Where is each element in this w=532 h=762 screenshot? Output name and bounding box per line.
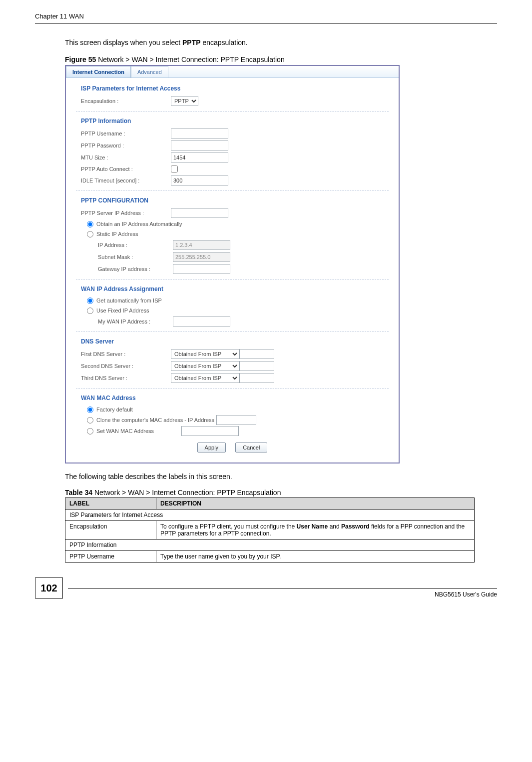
mac-factory-radio[interactable] xyxy=(87,406,93,413)
idle-timeout-label: IDLE Timeout [second] : xyxy=(81,178,171,184)
dns2-input[interactable] xyxy=(239,361,274,371)
wan-fixed-label: Use Fixed IP Address xyxy=(96,308,149,314)
description-table: LABEL DESCRIPTION ISP Parameters for Int… xyxy=(65,498,475,562)
idle-timeout-input[interactable] xyxy=(171,176,228,186)
intro-bold: PPTP xyxy=(182,38,201,46)
encapsulation-select[interactable]: PPTP xyxy=(171,96,198,106)
table-number: Table 34 xyxy=(65,488,92,496)
ip-address-label: IP Address : xyxy=(81,242,173,248)
cell-encap-label: Encapsulation xyxy=(65,521,156,540)
pptp-password-label: PPTP Password : xyxy=(81,142,171,148)
static-ip-radio[interactable] xyxy=(87,231,93,238)
table-row: PPTP Information xyxy=(65,540,475,551)
auto-connect-label: PPTP Auto Connect : xyxy=(81,166,171,172)
mac-set-input[interactable] xyxy=(181,426,239,436)
pptp-username-label: PPTP Username : xyxy=(81,130,171,136)
intro-after: encapsulation. xyxy=(201,38,248,46)
pptp-password-input[interactable] xyxy=(171,140,228,150)
dns1-input[interactable] xyxy=(239,349,274,359)
my-wan-ip-label: My WAN IP Address : xyxy=(81,318,173,324)
ip-address-input[interactable] xyxy=(173,240,230,250)
cell-pptp-info: PPTP Information xyxy=(65,540,475,551)
mac-set-radio[interactable] xyxy=(87,428,93,434)
guide-name: NBG5615 User's Guide xyxy=(435,591,497,598)
dns3-select[interactable]: Obtained From ISP xyxy=(171,373,239,383)
pptp-username-input[interactable] xyxy=(171,128,228,138)
dns3-input[interactable] xyxy=(239,373,274,383)
static-ip-label: Static IP Address xyxy=(96,231,138,237)
section-pptp-info: PPTP Information xyxy=(76,114,389,128)
table-title: Network > WAN > Internet Connection: PPT… xyxy=(92,488,281,496)
table-row: ISP Parameters for Internet Access xyxy=(65,510,475,521)
mtu-input[interactable] xyxy=(171,152,228,162)
cell-pptp-user-label: PPTP Username xyxy=(65,551,156,562)
apply-button[interactable]: Apply xyxy=(197,442,226,452)
server-ip-input[interactable] xyxy=(171,208,228,218)
section-wan-ip: WAN IP Address Assignment xyxy=(76,282,389,296)
cell-pptp-user-desc: Type the user name given to you by your … xyxy=(156,551,475,562)
tab-internet-connection[interactable]: Internet Connection xyxy=(66,66,131,78)
section-dns: DNS Server xyxy=(76,334,389,348)
dns2-select[interactable]: Obtained From ISP xyxy=(171,361,239,371)
intro-paragraph: This screen displays when you select PPT… xyxy=(65,38,497,46)
gateway-input[interactable] xyxy=(173,264,230,274)
subnet-label: Subnet Mask : xyxy=(81,254,173,260)
section-wan-mac: WAN MAC Address xyxy=(76,390,389,404)
mtu-label: MTU Size : xyxy=(81,154,171,160)
server-ip-label: PPTP Server IP Address : xyxy=(81,210,171,216)
section-pptp-config: PPTP CONFIGURATION xyxy=(76,193,389,207)
tab-advanced[interactable]: Advanced xyxy=(131,66,168,78)
figure-number: Figure 55 xyxy=(65,56,96,64)
table-row: Encapsulation To configure a PPTP client… xyxy=(65,521,475,540)
obtain-ip-label: Obtain an IP Address Automatically xyxy=(96,221,182,227)
dns2-label: Second DNS Server : xyxy=(81,363,171,369)
wan-fixed-radio[interactable] xyxy=(87,308,93,314)
my-wan-ip-input[interactable] xyxy=(173,316,230,326)
cancel-button[interactable]: Cancel xyxy=(235,442,267,452)
wan-auto-label: Get automatically from ISP xyxy=(96,298,162,304)
intro-before: This screen displays when you select xyxy=(65,38,182,46)
th-description: DESCRIPTION xyxy=(156,498,475,510)
tab-bar: Internet Connection Advanced xyxy=(66,66,399,78)
mac-clone-label: Clone the computer's MAC address - IP Ad… xyxy=(96,417,214,423)
mac-clone-input[interactable] xyxy=(216,415,256,425)
mac-set-label: Set WAN MAC Address xyxy=(96,428,181,434)
mac-factory-label: Factory default xyxy=(96,406,133,412)
table-row: PPTP Username Type the user name given t… xyxy=(65,551,475,562)
encapsulation-label: Encapsulation : xyxy=(81,98,171,104)
chapter-header: Chapter 11 WAN xyxy=(35,12,497,24)
subnet-input[interactable] xyxy=(173,252,230,262)
mac-clone-radio[interactable] xyxy=(87,417,93,424)
cell-encap-desc: To configure a PPTP client, you must con… xyxy=(156,521,475,540)
figure-caption: Figure 55 Network > WAN > Internet Conne… xyxy=(65,56,497,64)
cell-isp-params: ISP Parameters for Internet Access xyxy=(65,510,475,521)
figure-title: Network > WAN > Internet Connection: PPT… xyxy=(96,56,284,64)
gateway-label: Gateway IP address : xyxy=(81,266,173,272)
obtain-ip-radio[interactable] xyxy=(87,221,93,228)
dns3-label: Third DNS Server : xyxy=(81,375,171,381)
wan-auto-radio[interactable] xyxy=(87,298,93,304)
after-figure-text: The following table describes the labels… xyxy=(65,472,497,480)
table-caption: Table 34 Network > WAN > Internet Connec… xyxy=(65,488,497,496)
auto-connect-checkbox[interactable] xyxy=(171,166,178,172)
page-number: 102 xyxy=(35,578,63,598)
th-label: LABEL xyxy=(65,498,156,510)
section-isp-params: ISP Parameters for Internet Access xyxy=(76,81,389,95)
dns1-label: First DNS Server : xyxy=(81,351,171,357)
config-screenshot: Internet Connection Advanced ISP Paramet… xyxy=(65,65,400,464)
dns1-select[interactable]: Obtained From ISP xyxy=(171,349,239,359)
